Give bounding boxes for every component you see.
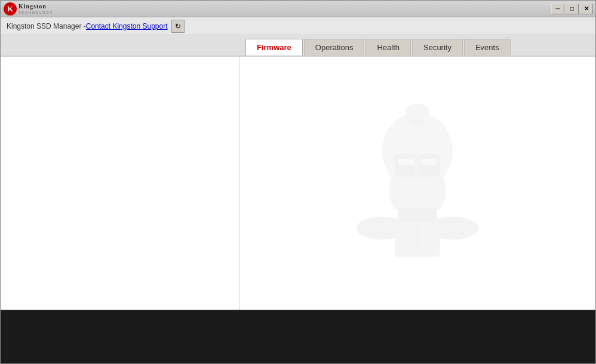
close-icon: ✕ [584, 5, 589, 12]
tab-firmware-label: Firmware [257, 43, 291, 52]
tab-security[interactable]: Security [412, 39, 463, 55]
svg-point-15 [406, 103, 429, 119]
svg-rect-6 [398, 159, 414, 165]
tab-events-label: Events [475, 43, 499, 52]
refresh-button[interactable]: ↻ [171, 20, 185, 33]
minimize-button[interactable]: ─ [551, 4, 564, 14]
refresh-icon: ↻ [175, 22, 181, 30]
contact-link[interactable]: Contact Kingston Support [86, 22, 168, 30]
main-content [1, 57, 595, 310]
right-panel [239, 57, 595, 310]
tab-bar: Firmware Operations Health Security Even… [1, 35, 595, 57]
tab-security-label: Security [423, 43, 451, 52]
svg-text:Kingston: Kingston [19, 3, 47, 10]
title-bar-left: K Kingston TECHNOLOGY [3, 2, 63, 16]
tab-firmware[interactable]: Firmware [245, 39, 303, 55]
close-button[interactable]: ✕ [580, 4, 593, 14]
subtitle-bar: Kingston SSD Manager - Contact Kingston … [1, 17, 595, 35]
main-window: K Kingston TECHNOLOGY ─ □ ✕ Kingston SSD… [0, 0, 596, 364]
watermark-logo [340, 100, 495, 267]
minimize-icon: ─ [555, 5, 560, 12]
tab-events[interactable]: Events [464, 39, 511, 55]
kingston-logo-svg: K Kingston TECHNOLOGY [3, 2, 57, 16]
app-title-text: Kingston SSD Manager - [7, 22, 86, 30]
svg-text:K: K [7, 4, 14, 13]
svg-text:TECHNOLOGY: TECHNOLOGY [19, 11, 54, 14]
tab-health[interactable]: Health [365, 39, 411, 55]
svg-rect-9 [398, 208, 437, 224]
left-panel [1, 57, 239, 310]
app-logo: K Kingston TECHNOLOGY [3, 2, 63, 16]
tab-health-label: Health [377, 43, 400, 52]
bottom-bar [1, 310, 595, 363]
maximize-button[interactable]: □ [566, 4, 579, 14]
title-bar-controls: ─ □ ✕ [551, 4, 593, 14]
tab-operations[interactable]: Operations [304, 39, 365, 55]
title-bar: K Kingston TECHNOLOGY ─ □ ✕ [1, 1, 595, 17]
maximize-icon: □ [570, 5, 574, 12]
svg-rect-7 [420, 159, 437, 165]
tab-operations-label: Operations [315, 43, 354, 52]
svg-rect-8 [414, 156, 421, 175]
